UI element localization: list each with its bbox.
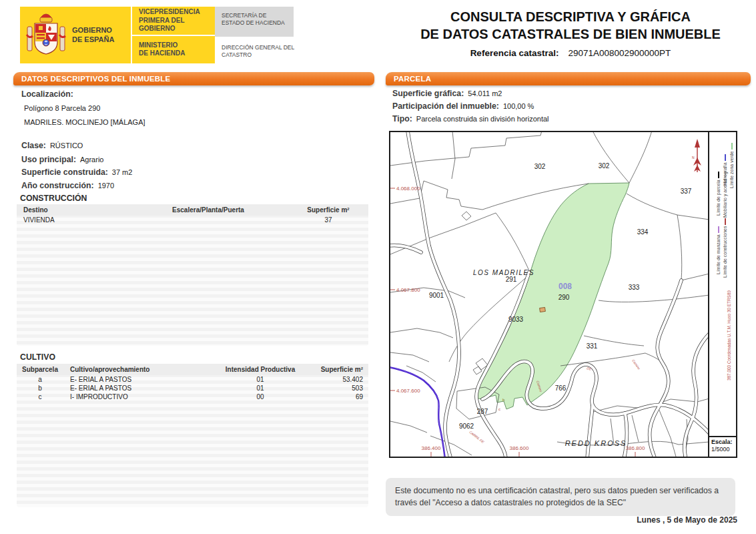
hydrography-highlight [390,367,445,457]
document-title: CONSULTA DESCRIPTIVA Y GRÁFICA DE DATOS … [400,8,741,43]
road-label: DE [587,366,593,371]
referencia-label: Referencia catastral: [470,48,559,58]
legend-limite-construcciones: Límite de construcciones [723,218,727,278]
parcel-label-333: 333 [629,284,640,291]
cell-intensidad: 01 [217,376,304,383]
min-line2: DE HACIENDA [139,49,215,58]
map-scale: Escala: 1/5000 [708,436,736,457]
col-escalera: Escalera/Planta/Puerta [128,206,288,214]
parcel-label-9062: 9062 [459,423,474,430]
uso-value: Agrario [80,156,103,164]
subparcel-letter-c: c [498,407,500,411]
parcel-label-331: 331 [587,342,598,350]
gobierno-line2: DE ESPAÑA [72,35,131,45]
tipo-value: Parcela construida sin división horizont… [416,115,549,123]
gobierno-logo-block: GOBIERNO DE ESPAÑA VICEPRESIDENCIA PRIME… [20,7,215,63]
coord-label-y3: 4.067.600 [396,388,420,394]
direccion-general-label: DIRECCIÓN GENERAL DEL CATASTRO [222,44,295,59]
subject-parcel-290[interactable] [477,183,629,409]
document-date: Lunes , 5 de Mayo de 2025 [547,515,737,525]
vice-line1: VICEPRESIDENCIA [139,8,215,17]
parcel-label-302a: 302 [534,163,546,170]
superficie-grafica-field: Superficie gráfica:54.011 m2 [392,89,502,98]
uso-field: Uso principal:Agrario [21,155,103,164]
tipo-field: Tipo:Parcela construida sin división hor… [392,114,549,123]
cell-subparcela: b [17,384,63,392]
clase-value: RÚSTICO [50,142,83,150]
col-cultivo: Cultivo/aprovechamiento [63,366,217,373]
coord-label-x1: 386.400 [422,445,441,451]
parcel-label-287: 287 [477,408,488,415]
vice-line2: PRIMERA DEL GOBIERNO [139,17,215,33]
legend-limite-parcela: Límite de parcela [716,172,721,216]
cell-cultivo: E- ERIAL A PASTOS [63,384,217,392]
cell-subparcela: a [17,376,63,383]
table-row: a E- ERIAL A PASTOS 01 53.402 [17,375,368,384]
col-superficie: Superficie m² [304,366,368,373]
escala-label: Escala: [711,439,736,446]
cultivo-title: CULTIVO [20,352,55,362]
cell-cultivo: E- ERIAL A PASTOS [63,376,217,383]
coord-label-y2: 4.067.800 [396,287,420,293]
legend-label: Hidrografía [723,162,727,186]
legend-swatch [718,226,719,233]
map-svg: N 302 302 337 334 333 331 766 287 9062 9… [390,132,708,457]
parcel-label-290: 290 [558,294,570,301]
legend-swatch [718,172,719,178]
place-label-los-madriles: LOS MADRILES [473,269,534,276]
ministerio-text: MINISTERIO DE HACIENDA [132,36,215,64]
localizacion-line1: Polígono 8 Parcela 290 [24,104,100,112]
parcel-label-291: 291 [506,276,517,283]
localizacion-line2: MADRILES. MOCLINEJO [MÁLAGA] [24,118,145,126]
ministerio-block: VICEPRESIDENCIA PRIMERA DEL GOBIERNO MIN… [132,7,215,63]
title-line1: CONSULTA DESCRIPTIVA Y GRÁFICA [400,8,741,25]
legend-swatch [731,143,733,150]
legend-utm-note: 387.000 Coordenadas U.T.M. Huso 30 ETRS8… [727,290,731,380]
legend-label: Límite de parcela [716,180,721,216]
map-legend: Límite de parcela Mobiliario y aceras Hi… [708,132,736,457]
cultivo-table: Subparcela Cultivo/aprovechamiento Inten… [17,364,368,507]
disclaimer-box: Este documento no es una certificación c… [386,478,735,516]
referencia-catastral: Referencia catastral:29071A008002900000P… [400,48,741,58]
cadastral-document-page: { "header": { "logo": { "gobierno_line1"… [0,0,756,534]
road-label: CARRIL DE [468,430,485,445]
table-row: c I- IMPRODUCTIVO 00 69 [17,392,368,401]
cell-superficie: 37 [288,216,368,224]
superficie-field: Superficie construida:37 m2 [21,168,132,177]
cadastral-map[interactable]: N 302 302 337 334 333 331 766 287 9062 9… [389,131,737,458]
col-intensidad: Intensidad Productiva [217,366,304,373]
legend-label: Límite de manzana [716,234,721,274]
localizacion-label: Localización: [21,89,77,99]
legend-zona-verde: Límite zona verde [729,143,734,188]
vicepresidencia-text: VICEPRESIDENCIA PRIMERA DEL GOBIERNO [132,7,215,35]
north-label: N [692,156,695,160]
parcel-label-9001: 9001 [429,292,444,299]
min-line1: MINISTERIO [139,41,215,50]
parcel-label-766: 766 [555,384,566,392]
legend-label: Límite de construcciones [723,226,727,278]
superficie-grafica-value: 54.011 m2 [468,89,502,97]
participacion-value: 100,00 % [503,102,534,110]
col-subparcela: Subparcela [17,366,63,373]
coord-label-x2: 386.600 [510,445,529,451]
coord-label-y1: 4.068.000 [396,186,420,192]
participacion-field: Participación del inmueble:100,00 % [392,101,534,111]
superficie-value: 37 m2 [112,168,133,176]
construccion-header-row: Destino Escalera/Planta/Puerta Superfici… [17,204,368,216]
parcel-label-337: 337 [681,188,692,195]
escala-value: 1/5000 [711,446,736,453]
col-destino: Destino [17,206,128,214]
cell-intensidad: 01 [217,384,304,392]
clase-field: Clase:RÚSTICO [21,141,83,150]
gobierno-text: GOBIERNO DE ESPAÑA [72,7,131,63]
building-symbol [540,307,546,312]
legend-hidrografia: Hidrografía [723,154,727,186]
cell-intensidad: 00 [217,393,304,400]
construccion-title: CONSTRUCCIÓN [20,194,87,203]
section-bar-datos-descriptivos: DATOS DESCRIPTIVOS DEL INMUEBLE [13,72,374,85]
cell-subparcela: c [17,393,63,400]
coord-label-x3: 386.800 [626,445,645,451]
referencia-value: 29071A008002900000PT [568,48,671,58]
title-line2: DE DATOS CATASTRALES DE BIEN INMUEBLE [400,25,741,43]
spain-coat-of-arms [20,7,72,63]
